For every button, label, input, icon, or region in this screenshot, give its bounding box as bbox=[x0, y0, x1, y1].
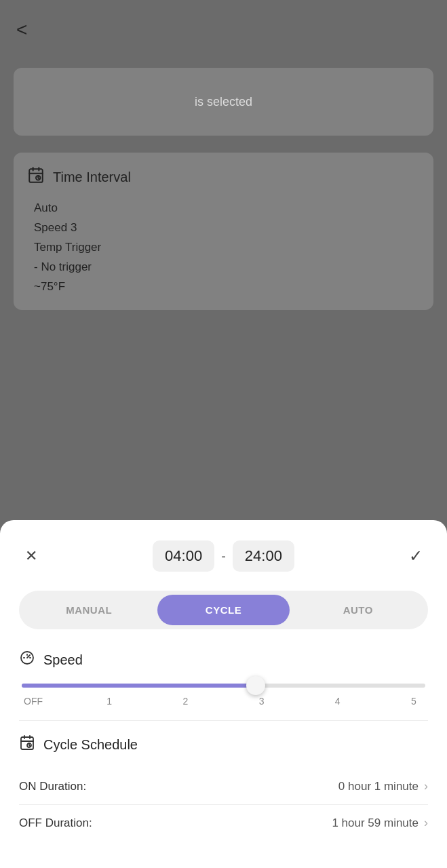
on-duration-value-row: 0 hour 1 minute › bbox=[338, 779, 428, 793]
slider-label-3: 3 bbox=[252, 696, 272, 707]
detail-line-3: Temp Trigger bbox=[34, 238, 420, 258]
slider-track bbox=[22, 684, 425, 688]
time-range: 04:00 - 24:00 bbox=[153, 540, 294, 572]
time-interval-icon bbox=[27, 166, 45, 188]
cycle-schedule-icon bbox=[19, 734, 35, 755]
slider-label-2: 2 bbox=[175, 696, 195, 707]
on-duration-value: 0 hour 1 minute bbox=[338, 780, 419, 793]
time-interval-title: Time Interval bbox=[53, 170, 131, 185]
slider-label-1: 1 bbox=[99, 696, 119, 707]
mode-cycle-button[interactable]: CYCLE bbox=[157, 595, 289, 625]
is-selected-card: is selected bbox=[14, 68, 433, 136]
off-duration-chevron-icon: › bbox=[424, 816, 428, 830]
speed-slider-container[interactable]: OFF 1 2 3 4 5 bbox=[19, 684, 428, 707]
confirm-button[interactable]: ✓ bbox=[404, 544, 428, 568]
sheet-header: ✕ 04:00 - 24:00 ✓ bbox=[19, 540, 428, 572]
detail-line-2: Speed 3 bbox=[34, 218, 420, 238]
on-duration-label: ON Duration: bbox=[19, 780, 86, 793]
on-duration-chevron-icon: › bbox=[424, 779, 428, 793]
slider-labels: OFF 1 2 3 4 5 bbox=[22, 696, 425, 707]
off-duration-value: 1 hour 59 minute bbox=[332, 816, 419, 830]
off-duration-label: OFF Duration: bbox=[19, 816, 92, 830]
cycle-schedule-title: Cycle Schedule bbox=[43, 737, 138, 753]
close-button[interactable]: ✕ bbox=[19, 544, 43, 568]
off-duration-row[interactable]: OFF Duration: 1 hour 59 minute › bbox=[19, 805, 428, 841]
slider-label-4: 4 bbox=[328, 696, 348, 707]
slider-label-5: 5 bbox=[404, 696, 424, 707]
time-start-pill[interactable]: 04:00 bbox=[153, 540, 214, 572]
mode-manual-button[interactable]: MANUAL bbox=[23, 595, 155, 625]
cycle-schedule-header: Cycle Schedule bbox=[19, 734, 428, 755]
detail-line-1: Auto bbox=[34, 199, 420, 218]
mode-selector: MANUAL CYCLE AUTO bbox=[19, 591, 428, 629]
slider-label-off: OFF bbox=[23, 696, 43, 707]
bottom-sheet: ✕ 04:00 - 24:00 ✓ MANUAL CYCLE AUTO Spee… bbox=[0, 520, 447, 868]
detail-line-4: - No trigger bbox=[34, 258, 420, 277]
time-interval-card: Time Interval Auto Speed 3 Temp Trigger … bbox=[14, 153, 433, 310]
time-interval-header: Time Interval bbox=[27, 166, 420, 188]
on-duration-row[interactable]: ON Duration: 0 hour 1 minute › bbox=[19, 768, 428, 805]
time-end-pill[interactable]: 24:00 bbox=[233, 540, 294, 572]
slider-fill bbox=[22, 684, 256, 688]
is-selected-text: is selected bbox=[195, 95, 252, 109]
slider-thumb[interactable] bbox=[246, 676, 265, 695]
off-duration-value-row: 1 hour 59 minute › bbox=[332, 816, 428, 830]
mode-auto-button[interactable]: AUTO bbox=[292, 595, 424, 625]
svg-rect-5 bbox=[21, 737, 33, 749]
divider bbox=[19, 720, 428, 721]
detail-line-5: ~75°F bbox=[34, 277, 420, 297]
time-interval-details: Auto Speed 3 Temp Trigger - No trigger ~… bbox=[27, 199, 420, 296]
speed-title: Speed bbox=[43, 652, 83, 668]
time-separator: - bbox=[221, 549, 226, 564]
speed-section-header: Speed bbox=[19, 650, 428, 670]
speed-icon bbox=[19, 650, 35, 670]
svg-rect-0 bbox=[29, 169, 43, 182]
back-button[interactable]: < bbox=[16, 19, 27, 41]
